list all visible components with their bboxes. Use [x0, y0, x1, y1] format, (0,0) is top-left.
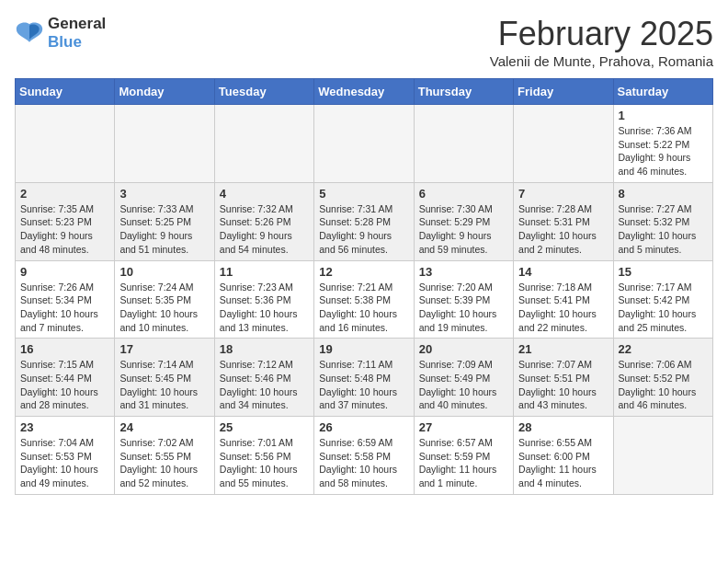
day-info: Sunrise: 7:11 AM Sunset: 5:48 PM Dayligh… — [319, 358, 408, 412]
day-info: Sunrise: 7:32 AM Sunset: 5:26 PM Dayligh… — [220, 202, 309, 257]
day-info: Sunrise: 7:28 AM Sunset: 5:31 PM Dayligh… — [518, 202, 608, 257]
day-info: Sunrise: 7:20 AM Sunset: 5:39 PM Dayligh… — [419, 281, 508, 335]
day-info: Sunrise: 7:14 AM Sunset: 5:45 PM Dayligh… — [119, 358, 209, 412]
calendar-cell: 23Sunrise: 7:04 AM Sunset: 5:53 PM Dayli… — [16, 417, 115, 495]
day-number: 20 — [419, 342, 508, 356]
calendar-week-row: 2Sunrise: 7:35 AM Sunset: 5:23 PM Daylig… — [16, 182, 713, 260]
calendar-cell: 16Sunrise: 7:15 AM Sunset: 5:44 PM Dayli… — [16, 339, 115, 417]
calendar-cell: 1Sunrise: 7:36 AM Sunset: 5:22 PM Daylig… — [613, 105, 712, 183]
day-number: 17 — [119, 342, 209, 356]
day-number: 18 — [220, 342, 309, 356]
calendar-cell: 19Sunrise: 7:11 AM Sunset: 5:48 PM Dayli… — [314, 339, 414, 417]
calendar-cell: 21Sunrise: 7:07 AM Sunset: 5:51 PM Dayli… — [514, 339, 613, 417]
day-info: Sunrise: 6:59 AM Sunset: 5:58 PM Dayligh… — [319, 436, 408, 490]
day-info: Sunrise: 7:06 AM Sunset: 5:52 PM Dayligh… — [619, 358, 708, 412]
day-info: Sunrise: 7:21 AM Sunset: 5:38 PM Dayligh… — [319, 281, 408, 335]
day-info: Sunrise: 7:02 AM Sunset: 5:55 PM Dayligh… — [119, 436, 209, 490]
calendar-cell — [514, 105, 613, 183]
day-number: 1 — [619, 109, 708, 122]
day-info: Sunrise: 6:57 AM Sunset: 5:59 PM Dayligh… — [419, 436, 508, 490]
day-number: 13 — [419, 265, 508, 279]
calendar-cell: 28Sunrise: 6:55 AM Sunset: 6:00 PM Dayli… — [514, 417, 613, 495]
day-info: Sunrise: 7:27 AM Sunset: 5:32 PM Dayligh… — [619, 202, 708, 257]
day-info: Sunrise: 7:09 AM Sunset: 5:49 PM Dayligh… — [419, 358, 508, 412]
weekday-header-monday: Monday — [115, 79, 214, 105]
calendar-cell: 14Sunrise: 7:18 AM Sunset: 5:41 PM Dayli… — [514, 260, 613, 339]
calendar-cell — [214, 105, 313, 183]
calendar-cell: 9Sunrise: 7:26 AM Sunset: 5:34 PM Daylig… — [16, 260, 115, 339]
weekday-header-tuesday: Tuesday — [214, 79, 313, 105]
day-number: 23 — [20, 420, 109, 434]
calendar-week-row: 9Sunrise: 7:26 AM Sunset: 5:34 PM Daylig… — [16, 260, 713, 339]
day-info: Sunrise: 7:30 AM Sunset: 5:29 PM Dayligh… — [419, 202, 508, 257]
day-info: Sunrise: 7:12 AM Sunset: 5:46 PM Dayligh… — [220, 358, 309, 412]
logo: General Blue — [15, 15, 106, 52]
weekday-header-saturday: Saturday — [613, 79, 712, 105]
day-info: Sunrise: 7:23 AM Sunset: 5:36 PM Dayligh… — [220, 281, 309, 335]
calendar-cell: 18Sunrise: 7:12 AM Sunset: 5:46 PM Dayli… — [214, 339, 313, 417]
day-number: 28 — [518, 420, 608, 434]
day-number: 24 — [119, 420, 209, 434]
day-info: Sunrise: 7:31 AM Sunset: 5:28 PM Dayligh… — [319, 202, 408, 257]
day-number: 25 — [220, 420, 309, 434]
calendar-cell — [115, 105, 214, 183]
day-number: 7 — [518, 187, 608, 201]
calendar-cell: 7Sunrise: 7:28 AM Sunset: 5:31 PM Daylig… — [514, 182, 613, 260]
calendar-cell: 2Sunrise: 7:35 AM Sunset: 5:23 PM Daylig… — [16, 182, 115, 260]
calendar-cell: 11Sunrise: 7:23 AM Sunset: 5:36 PM Dayli… — [214, 260, 313, 339]
day-info: Sunrise: 7:26 AM Sunset: 5:34 PM Dayligh… — [20, 281, 109, 335]
day-info: Sunrise: 7:36 AM Sunset: 5:22 PM Dayligh… — [619, 124, 708, 178]
calendar-cell: 3Sunrise: 7:33 AM Sunset: 5:25 PM Daylig… — [115, 182, 214, 260]
calendar-table: SundayMondayTuesdayWednesdayThursdayFrid… — [15, 78, 713, 495]
calendar-week-row: 16Sunrise: 7:15 AM Sunset: 5:44 PM Dayli… — [16, 339, 713, 417]
calendar-cell: 20Sunrise: 7:09 AM Sunset: 5:49 PM Dayli… — [414, 339, 513, 417]
day-number: 19 — [319, 342, 408, 356]
day-number: 22 — [619, 342, 708, 356]
weekday-header-wednesday: Wednesday — [314, 79, 414, 105]
day-number: 2 — [20, 187, 109, 201]
calendar-cell: 8Sunrise: 7:27 AM Sunset: 5:32 PM Daylig… — [613, 182, 712, 260]
calendar-cell: 22Sunrise: 7:06 AM Sunset: 5:52 PM Dayli… — [613, 339, 712, 417]
calendar-cell: 6Sunrise: 7:30 AM Sunset: 5:29 PM Daylig… — [414, 182, 513, 260]
calendar-week-row: 1Sunrise: 7:36 AM Sunset: 5:22 PM Daylig… — [16, 105, 713, 183]
day-number: 10 — [119, 265, 209, 279]
calendar-cell — [613, 417, 712, 495]
calendar-cell: 4Sunrise: 7:32 AM Sunset: 5:26 PM Daylig… — [214, 182, 313, 260]
logo-text: General Blue — [48, 15, 106, 52]
day-number: 16 — [20, 342, 109, 356]
calendar-cell: 26Sunrise: 6:59 AM Sunset: 5:58 PM Dayli… — [314, 417, 414, 495]
day-info: Sunrise: 7:07 AM Sunset: 5:51 PM Dayligh… — [518, 358, 608, 412]
day-number: 27 — [419, 420, 508, 434]
day-number: 9 — [20, 265, 109, 279]
calendar-cell — [314, 105, 414, 183]
calendar-cell: 13Sunrise: 7:20 AM Sunset: 5:39 PM Dayli… — [414, 260, 513, 339]
day-info: Sunrise: 7:15 AM Sunset: 5:44 PM Dayligh… — [20, 358, 109, 412]
day-number: 8 — [619, 187, 708, 201]
calendar-cell: 27Sunrise: 6:57 AM Sunset: 5:59 PM Dayli… — [414, 417, 513, 495]
day-info: Sunrise: 7:24 AM Sunset: 5:35 PM Dayligh… — [119, 281, 209, 335]
day-number: 6 — [419, 187, 508, 201]
day-info: Sunrise: 7:01 AM Sunset: 5:56 PM Dayligh… — [220, 436, 309, 490]
day-number: 26 — [319, 420, 408, 434]
day-info: Sunrise: 7:18 AM Sunset: 5:41 PM Dayligh… — [518, 281, 608, 335]
weekday-header-friday: Friday — [514, 79, 613, 105]
calendar-cell: 12Sunrise: 7:21 AM Sunset: 5:38 PM Dayli… — [314, 260, 414, 339]
day-number: 3 — [119, 187, 209, 201]
calendar-cell: 15Sunrise: 7:17 AM Sunset: 5:42 PM Dayli… — [613, 260, 712, 339]
day-info: Sunrise: 7:17 AM Sunset: 5:42 PM Dayligh… — [619, 281, 708, 335]
logo-icon — [15, 20, 44, 46]
calendar-cell: 10Sunrise: 7:24 AM Sunset: 5:35 PM Dayli… — [115, 260, 214, 339]
calendar-cell: 25Sunrise: 7:01 AM Sunset: 5:56 PM Dayli… — [214, 417, 313, 495]
calendar-cell — [414, 105, 513, 183]
month-title: February 2025 — [490, 15, 713, 53]
day-info: Sunrise: 7:33 AM Sunset: 5:25 PM Dayligh… — [119, 202, 209, 257]
day-number: 21 — [518, 342, 608, 356]
calendar-cell: 5Sunrise: 7:31 AM Sunset: 5:28 PM Daylig… — [314, 182, 414, 260]
day-number: 12 — [319, 265, 408, 279]
page-header: General Blue February 2025 Valenii de Mu… — [15, 15, 713, 69]
calendar-week-row: 23Sunrise: 7:04 AM Sunset: 5:53 PM Dayli… — [16, 417, 713, 495]
weekday-header-thursday: Thursday — [414, 79, 513, 105]
day-number: 15 — [619, 265, 708, 279]
day-number: 4 — [220, 187, 309, 201]
day-number: 5 — [319, 187, 408, 201]
